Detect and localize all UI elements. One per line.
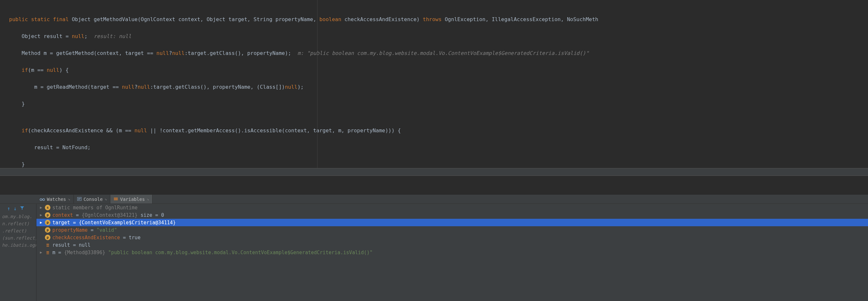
local-var-icon: ≡ [45, 242, 51, 248]
code-line: if(checkAccessAndExistence && (m == null… [0, 127, 868, 134]
code-line: Method m = getGetMethod(context, target … [0, 50, 868, 57]
svg-point-1 [42, 199, 44, 201]
blank-strip [0, 176, 868, 195]
variable-row-context[interactable]: ▶ p context = {OgnlContext@34121} size =… [36, 211, 868, 219]
pin-icon: ↘ [147, 197, 149, 201]
debug-panel: ↑ ↓ om.my.blog. n.reflect) .reflect) (su… [0, 204, 868, 301]
code-line: m = getReadMethod(target == null?null:ta… [0, 83, 868, 91]
variables-tree[interactable]: ▶ s static members of OgnlRuntime ▶ p co… [36, 204, 868, 301]
code-line: } [0, 100, 868, 108]
watches-icon [40, 197, 45, 202]
frames-toolbar: ↑ ↓ [0, 204, 36, 213]
variable-row-target[interactable]: ▶ p target = {ContentVoExample$Criteria@… [36, 219, 868, 226]
frame-item[interactable]: .reflect) [0, 227, 36, 234]
param-badge-icon: p [45, 235, 51, 240]
margin-guide [317, 0, 317, 168]
frame-down-icon[interactable]: ↓ [14, 205, 17, 212]
pin-icon: ↘ [105, 197, 107, 201]
code-line: Object result = null; result: null [0, 33, 868, 40]
tab-label: Watches [47, 197, 66, 202]
frames-column: ↑ ↓ om.my.blog. n.reflect) .reflect) (su… [0, 204, 36, 301]
expand-icon[interactable]: ▶ [39, 250, 43, 255]
variable-row-propertyname[interactable]: ▶ p propertyName = "valid" [36, 226, 868, 234]
tab-label: Variables [120, 197, 145, 202]
code-line: if(m == null) { [0, 67, 868, 74]
variable-row-checkaccess[interactable]: ▶ p checkAccessAndExistence = true [36, 234, 868, 241]
variable-row-static[interactable]: ▶ s static members of OgnlRuntime [36, 204, 868, 211]
tab-variables[interactable]: Variables ↘ [110, 195, 152, 203]
code-editor[interactable]: public static final Object getMethodValu… [0, 0, 868, 168]
code-line: } [0, 161, 868, 168]
static-badge-icon: s [45, 205, 51, 210]
frame-item[interactable]: om.my.blog. [0, 213, 36, 220]
filter-icon[interactable] [20, 205, 24, 212]
panel-separator[interactable] [0, 168, 868, 176]
pin-icon: ↘ [68, 197, 70, 201]
variable-row-m[interactable]: ▶ ≡ m = {Method@33896} "public boolean c… [36, 249, 868, 256]
expand-icon[interactable]: ▶ [39, 221, 43, 225]
frame-up-icon[interactable]: ↑ [7, 205, 10, 212]
param-badge-icon: p [45, 220, 51, 225]
tab-watches[interactable]: Watches ↘ [36, 195, 74, 203]
svg-point-0 [40, 199, 42, 201]
frame-item[interactable]: n.reflect) [0, 220, 36, 227]
variable-row-result[interactable]: ▶ ≡ result = null [36, 241, 868, 249]
console-icon [77, 197, 82, 202]
tab-label: Console [84, 197, 103, 202]
frame-item[interactable]: (sun.reflect) [0, 234, 36, 241]
param-badge-icon: p [45, 212, 51, 218]
code-line: public static final Object getMethodValu… [0, 16, 868, 23]
expand-icon[interactable]: ▶ [39, 205, 43, 210]
param-badge-icon: p [45, 227, 51, 233]
local-var-icon: ≡ [45, 249, 51, 255]
debug-tabs: Watches ↘ Console ↘ Variables ↘ [0, 195, 868, 204]
expand-icon[interactable]: ▶ [39, 213, 43, 217]
variables-icon [114, 197, 118, 202]
code-line: result = NotFound; [0, 144, 868, 151]
frame-item[interactable]: he.ibatis.ognl [0, 241, 36, 249]
tab-console[interactable]: Console ↘ [74, 195, 111, 203]
